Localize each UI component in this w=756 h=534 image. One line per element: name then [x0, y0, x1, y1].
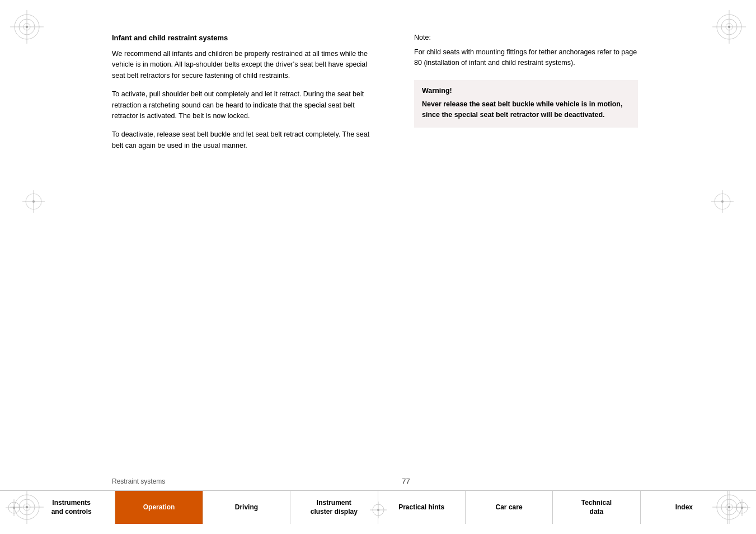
page-number: 77 — [402, 477, 410, 485]
section-title: Infant and child restraint systems — [112, 34, 381, 42]
nav-item-instruments[interactable]: Instruments and controls — [28, 491, 115, 524]
footer-page-line: Restraint systems 77 — [0, 472, 756, 490]
page-content: Infant and child restraint systems We re… — [0, 0, 756, 472]
section-label: Restraint systems — [112, 477, 402, 485]
warning-box: Warning! Never release the seat belt buc… — [414, 80, 638, 128]
paragraph-3: To deactivate, release seat belt buckle … — [112, 129, 381, 151]
warning-title: Warning! — [422, 87, 630, 95]
note-label: Note: — [414, 34, 638, 41]
nav-item-technical-data[interactable]: Technical data — [553, 491, 640, 524]
nav-item-operation[interactable]: Operation — [115, 491, 203, 524]
nav-item-driving[interactable]: Driving — [203, 491, 290, 524]
left-column: Infant and child restraint systems We re… — [112, 34, 381, 450]
nav-item-car-care[interactable]: Car care — [466, 491, 553, 524]
paragraph-1: We recommend all infants and children be… — [112, 49, 381, 81]
nav-center-reg — [370, 502, 387, 518]
warning-text: Never release the seat belt buckle while… — [422, 99, 630, 121]
note-text: For child seats with mounting fittings f… — [414, 47, 638, 69]
nav-item-index[interactable]: Index — [641, 491, 728, 524]
paragraph-2: To activate, pull shoulder belt out comp… — [112, 89, 381, 121]
right-column: Note: For child seats with mounting fitt… — [414, 34, 638, 450]
nav-left-reg — [0, 491, 28, 524]
nav-item-practical-hints[interactable]: Practical hints — [378, 491, 466, 524]
nav-right-reg — [728, 491, 756, 524]
nav-item-instrument-cluster[interactable]: Instrument cluster display — [290, 491, 378, 524]
